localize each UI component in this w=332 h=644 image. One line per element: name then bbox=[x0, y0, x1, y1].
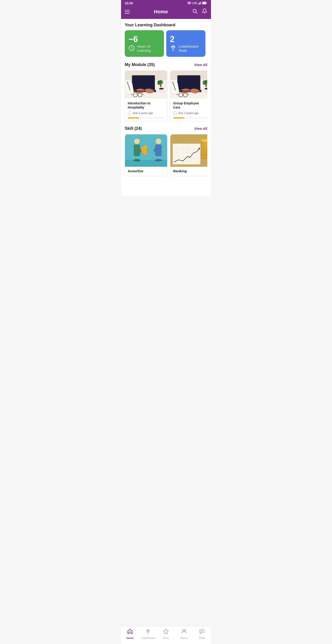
svg-rect-5 bbox=[203, 2, 206, 4]
svg-rect-0 bbox=[198, 4, 199, 4]
search-icon[interactable] bbox=[192, 8, 198, 15]
header-actions bbox=[192, 8, 207, 15]
due-circle bbox=[128, 111, 131, 115]
modules-view-all[interactable]: View All bbox=[194, 63, 207, 67]
module-name-employee-care: Group EmployeeCare bbox=[173, 101, 207, 110]
module-info-hospitality: Introduction toHospitality Due 2 years a… bbox=[125, 98, 167, 121]
module-card-employee-care[interactable]: Group EmployeeCare Due 2 years ago bbox=[170, 70, 207, 122]
main-content: Your Learning Dashboard ~6 Hours ofLearn… bbox=[121, 19, 211, 196]
module-card-hospitality[interactable]: Introduction toHospitality Due 2 years a… bbox=[125, 70, 167, 122]
svg-rect-23 bbox=[133, 76, 154, 89]
svg-line-64 bbox=[176, 94, 179, 95]
skill-thumbnail-banking bbox=[170, 134, 207, 167]
hours-label: Hours ofLearning bbox=[137, 44, 151, 53]
skill-label-banking: Banking bbox=[170, 167, 207, 176]
due-circle-2 bbox=[173, 111, 177, 115]
svg-point-33 bbox=[159, 80, 162, 83]
clock-icon bbox=[128, 45, 135, 52]
module-thumbnail-employee-care bbox=[170, 71, 207, 98]
page-title: Home bbox=[154, 9, 168, 15]
skills-view-all[interactable]: View All bbox=[194, 126, 207, 130]
modules-section-header: My Module (35) View All bbox=[125, 58, 207, 70]
module-due-employee-care: Due 2 years ago bbox=[173, 111, 207, 115]
svg-rect-48 bbox=[178, 76, 199, 89]
skill-thumbnail-assertive bbox=[125, 134, 167, 167]
time-display: 10:00 bbox=[125, 2, 133, 5]
svg-rect-44 bbox=[135, 90, 137, 92]
svg-point-29 bbox=[159, 88, 164, 90]
hours-bottom: Hours ofLearning bbox=[128, 44, 160, 53]
svg-rect-1 bbox=[199, 3, 200, 4]
svg-point-80 bbox=[155, 159, 162, 162]
signal-icon bbox=[198, 2, 201, 5]
status-icons: LTE bbox=[187, 2, 207, 5]
notification-icon[interactable] bbox=[202, 8, 207, 15]
skill-card-banking[interactable]: Banking bbox=[170, 134, 207, 176]
menu-line-1 bbox=[125, 10, 130, 10]
hours-value: ~6 bbox=[128, 34, 160, 44]
dashboard-section-title: Your Learning Dashboard bbox=[125, 19, 207, 30]
wifi-icon bbox=[187, 2, 191, 5]
svg-rect-66 bbox=[182, 90, 191, 92]
lte-label: LTE bbox=[192, 2, 197, 5]
svg-rect-69 bbox=[181, 90, 183, 92]
svg-rect-3 bbox=[201, 2, 201, 4]
trophy-icon bbox=[170, 45, 176, 52]
svg-point-58 bbox=[204, 80, 207, 83]
skill-label-assertive: Assertive bbox=[125, 167, 167, 176]
modules-section-title: My Module (35) bbox=[125, 62, 155, 67]
rank-bottom: LeaderboardRank bbox=[170, 44, 202, 53]
svg-rect-104 bbox=[207, 148, 207, 156]
svg-point-79 bbox=[134, 159, 140, 162]
progress-fill-employee-care bbox=[173, 117, 184, 118]
header: Home bbox=[121, 6, 211, 19]
module-thumbnail-hospitality bbox=[125, 71, 167, 98]
svg-point-71 bbox=[134, 138, 140, 144]
stat-card-rank[interactable]: 2 LeaderboardRank bbox=[166, 30, 205, 57]
menu-line-2 bbox=[125, 12, 130, 12]
rank-value: 2 bbox=[170, 34, 202, 44]
progress-fill-hospitality bbox=[128, 117, 139, 118]
svg-point-75 bbox=[156, 138, 161, 144]
status-bar: 10:00 LTE bbox=[121, 0, 211, 6]
skills-section-title: Skill (24) bbox=[125, 126, 142, 131]
module-progress-employee-care bbox=[173, 117, 207, 118]
menu-line-3 bbox=[125, 13, 130, 14]
skill-card-assertive[interactable]: Assertive bbox=[125, 134, 167, 176]
stats-row: ~6 Hours ofLearning 2 bbox=[125, 30, 207, 58]
modules-row: Introduction toHospitality Due 2 years a… bbox=[125, 70, 207, 122]
svg-rect-2 bbox=[200, 2, 201, 4]
module-info-employee-care: Group EmployeeCare Due 2 years ago bbox=[170, 98, 207, 121]
module-due-hospitality: Due 2 years ago bbox=[128, 111, 165, 115]
module-progress-hospitality bbox=[128, 117, 165, 118]
menu-button[interactable] bbox=[125, 10, 130, 14]
svg-rect-41 bbox=[137, 90, 146, 92]
battery-icon bbox=[202, 2, 207, 5]
rank-label: LeaderboardRank bbox=[179, 44, 198, 53]
svg-line-39 bbox=[131, 94, 133, 95]
svg-rect-82 bbox=[173, 144, 200, 164]
stat-card-hours[interactable]: ~6 Hours ofLearning bbox=[125, 30, 164, 57]
skill-cards-row: Assertive bbox=[125, 134, 207, 178]
skills-section-header: Skill (24) View All bbox=[125, 122, 207, 134]
module-name-hospitality: Introduction toHospitality bbox=[128, 101, 165, 110]
svg-line-7 bbox=[196, 12, 197, 14]
